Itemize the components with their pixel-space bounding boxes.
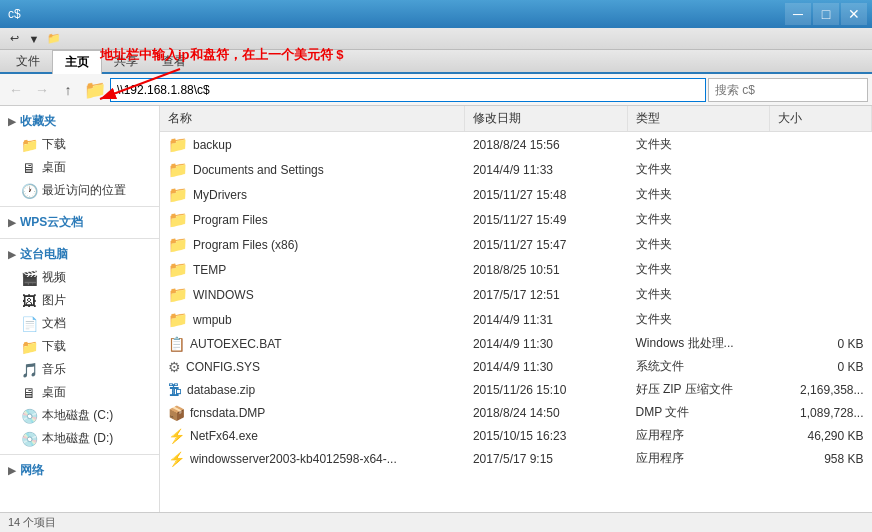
file-name-cell: 📋 AUTOEXEC.BAT — [160, 332, 465, 355]
sidebar-recent-label: 最近访问的位置 — [42, 182, 126, 199]
quick-back-button[interactable]: ↩ — [4, 30, 24, 48]
folder-file-icon: 📁 — [168, 160, 188, 179]
file-date-cell: 2014/4/9 11:31 — [465, 307, 628, 332]
file-size-cell: 958 KB — [770, 447, 872, 470]
table-row[interactable]: 📋 AUTOEXEC.BAT 2014/4/9 11:30 Windows 批处… — [160, 332, 872, 355]
file-type-cell: 文件夹 — [628, 157, 770, 182]
table-row[interactable]: 📦 fcnsdata.DMP 2018/8/24 14:50 DMP 文件 1,… — [160, 401, 872, 424]
tab-share[interactable]: 共享 — [102, 50, 150, 72]
sidebar-item-pictures[interactable]: 🖼 图片 — [0, 289, 159, 312]
file-size-cell: 46,290 KB — [770, 424, 872, 447]
file-name-cell: 📁 Program Files — [160, 207, 465, 232]
recent-icon: 🕐 — [20, 183, 38, 199]
desktop-icon: 🖥 — [20, 160, 38, 176]
file-type-cell: 文件夹 — [628, 232, 770, 257]
file-type-cell: 文件夹 — [628, 257, 770, 282]
folder-file-icon: 📁 — [168, 285, 188, 304]
sidebar-header-favorites[interactable]: ▶ 收藏夹 — [0, 110, 159, 133]
forward-button[interactable]: → — [30, 78, 54, 102]
sidebar-header-wps[interactable]: ▶ WPS云文档 — [0, 211, 159, 234]
sidebar-favorites-label: 收藏夹 — [20, 113, 56, 130]
tab-view[interactable]: 查看 — [150, 50, 198, 72]
folder-file-icon: 📁 — [168, 210, 188, 229]
file-type-cell: 应用程序 — [628, 447, 770, 470]
table-row[interactable]: 📁 TEMP 2018/8/25 10:51 文件夹 — [160, 257, 872, 282]
exe-file-icon: ⚡ — [168, 428, 185, 444]
main-layout: ▶ 收藏夹 📁 下载 🖥 桌面 🕐 最近访问的位置 ▶ WPS云文档 — [0, 106, 872, 512]
file-name-cell: ⚡ NetFx64.exe — [160, 424, 465, 447]
sidebar-item-videos[interactable]: 🎬 视频 — [0, 266, 159, 289]
sidebar-network-label: 网络 — [20, 462, 44, 479]
quick-folder-button[interactable]: 📁 — [44, 30, 64, 48]
tab-home[interactable]: 主页 — [52, 50, 102, 74]
col-header-type[interactable]: 类型 — [628, 106, 770, 132]
sidebar: ▶ 收藏夹 📁 下载 🖥 桌面 🕐 最近访问的位置 ▶ WPS云文档 — [0, 106, 160, 512]
sidebar-desktop2-label: 桌面 — [42, 384, 66, 401]
up-button[interactable]: ↑ — [56, 78, 80, 102]
file-date-cell: 2017/5/17 9:15 — [465, 447, 628, 470]
table-row[interactable]: 📁 WINDOWS 2017/5/17 12:51 文件夹 — [160, 282, 872, 307]
file-date-cell: 2015/10/15 16:23 — [465, 424, 628, 447]
sidebar-music-label: 音乐 — [42, 361, 66, 378]
zip-file-icon: 🗜 — [168, 382, 182, 398]
sidebar-item-disk-c[interactable]: 💿 本地磁盘 (C:) — [0, 404, 159, 427]
folder-icon: 📁 — [20, 137, 38, 153]
sidebar-section-favorites: ▶ 收藏夹 📁 下载 🖥 桌面 🕐 最近访问的位置 — [0, 110, 159, 202]
file-name-cell: 📁 WINDOWS — [160, 282, 465, 307]
search-input[interactable] — [708, 78, 868, 102]
sidebar-item-desktop[interactable]: 🖥 桌面 — [0, 156, 159, 179]
file-size-cell — [770, 132, 872, 158]
file-size-cell — [770, 157, 872, 182]
sidebar-item-disk-d[interactable]: 💿 本地磁盘 (D:) — [0, 427, 159, 450]
file-name-cell: 📁 wmpub — [160, 307, 465, 332]
folder-file-icon: 📁 — [168, 235, 188, 254]
table-row[interactable]: 📁 MyDrivers 2015/11/27 15:48 文件夹 — [160, 182, 872, 207]
file-date-cell: 2015/11/27 15:49 — [465, 207, 628, 232]
sidebar-item-music[interactable]: 🎵 音乐 — [0, 358, 159, 381]
table-row[interactable]: 📁 Program Files 2015/11/27 15:49 文件夹 — [160, 207, 872, 232]
table-row[interactable]: ⚙ CONFIG.SYS 2014/4/9 11:30 系统文件 0 KB — [160, 355, 872, 378]
back-button[interactable]: ← — [4, 78, 28, 102]
file-size-cell — [770, 207, 872, 232]
maximize-button[interactable]: □ — [813, 3, 839, 25]
quick-dropdown-button[interactable]: ▼ — [24, 30, 44, 48]
col-header-name[interactable]: 名称 — [160, 106, 465, 132]
table-row[interactable]: 📁 backup 2018/8/24 15:56 文件夹 — [160, 132, 872, 158]
sidebar-item-desktop2[interactable]: 🖥 桌面 — [0, 381, 159, 404]
sidebar-header-computer[interactable]: ▶ 这台电脑 — [0, 243, 159, 266]
sidebar-header-network[interactable]: ▶ 网络 — [0, 459, 159, 482]
table-row[interactable]: ⚡ windowsserver2003-kb4012598-x64-... 20… — [160, 447, 872, 470]
tab-file[interactable]: 文件 — [4, 50, 52, 72]
sidebar-section-wps: ▶ WPS云文档 — [0, 211, 159, 234]
sidebar-item-downloads[interactable]: 📁 下载 — [0, 335, 159, 358]
title-bar: c$ ─ □ ✕ — [0, 0, 872, 28]
table-row[interactable]: ⚡ NetFx64.exe 2015/10/15 16:23 应用程序 46,2… — [160, 424, 872, 447]
file-name-cell: 📦 fcnsdata.DMP — [160, 401, 465, 424]
minimize-button[interactable]: ─ — [785, 3, 811, 25]
sidebar-item-documents[interactable]: 📄 文档 — [0, 312, 159, 335]
table-row[interactable]: 📁 wmpub 2014/4/9 11:31 文件夹 — [160, 307, 872, 332]
sidebar-download-label: 下载 — [42, 136, 66, 153]
exe-file-icon: ⚡ — [168, 451, 185, 467]
file-size-cell: 2,169,358... — [770, 378, 872, 401]
sidebar-item-download[interactable]: 📁 下载 — [0, 133, 159, 156]
documents-icon: 📄 — [20, 316, 38, 332]
col-header-date[interactable]: 修改日期 — [465, 106, 628, 132]
file-name-cell: 📁 Documents and Settings — [160, 157, 465, 182]
close-button[interactable]: ✕ — [841, 3, 867, 25]
sidebar-item-recent[interactable]: 🕐 最近访问的位置 — [0, 179, 159, 202]
sidebar-computer-label: 这台电脑 — [20, 246, 68, 263]
table-row[interactable]: 📁 Program Files (x86) 2015/11/27 15:47 文… — [160, 232, 872, 257]
file-date-cell: 2015/11/26 15:10 — [465, 378, 628, 401]
col-header-size[interactable]: 大小 — [770, 106, 872, 132]
file-date-cell: 2018/8/24 15:56 — [465, 132, 628, 158]
sidebar-divider-2 — [0, 238, 159, 239]
table-row[interactable]: 🗜 database.zip 2015/11/26 15:10 好压 ZIP 压… — [160, 378, 872, 401]
file-size-cell: 1,089,728... — [770, 401, 872, 424]
address-input[interactable] — [110, 78, 706, 102]
file-date-cell: 2018/8/25 10:51 — [465, 257, 628, 282]
file-date-cell: 2017/5/17 12:51 — [465, 282, 628, 307]
folder-file-icon: 📁 — [168, 135, 188, 154]
sidebar-disk-c-label: 本地磁盘 (C:) — [42, 407, 113, 424]
table-row[interactable]: 📁 Documents and Settings 2014/4/9 11:33 … — [160, 157, 872, 182]
